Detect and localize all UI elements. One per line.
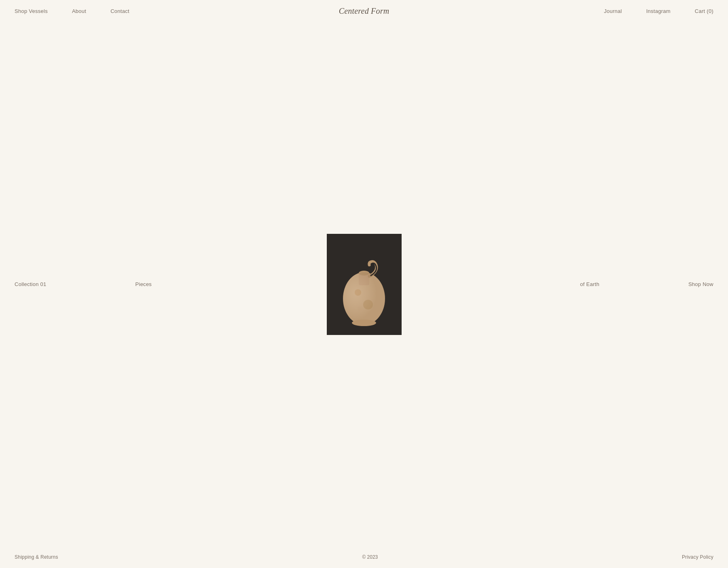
nav-cart[interactable]: Cart (0) xyxy=(695,8,713,14)
footer-copyright: © 2023 xyxy=(362,554,378,560)
main-nav: Shop Vessels About Contact Centered Form… xyxy=(0,0,728,22)
hero-image xyxy=(327,234,402,335)
nav-shop-vessels[interactable]: Shop Vessels xyxy=(15,8,48,14)
nav-journal[interactable]: Journal xyxy=(604,8,622,14)
nav-instagram[interactable]: Instagram xyxy=(646,8,671,14)
nav-brand[interactable]: Centered Form xyxy=(339,6,389,15)
nav-left: Shop Vessels About Contact xyxy=(15,8,129,14)
nav-contact[interactable]: Contact xyxy=(110,8,129,14)
earth-label: of Earth xyxy=(580,281,599,287)
footer-shipping[interactable]: Shipping & Returns xyxy=(15,554,58,560)
nav-about[interactable]: About xyxy=(72,8,86,14)
hero-text-right: of Earth Shop Now xyxy=(580,281,713,287)
collection-label: Collection 01 xyxy=(15,281,47,287)
hero-text-left: Collection 01 Pieces xyxy=(15,281,152,287)
svg-point-6 xyxy=(363,300,373,309)
footer: Shipping & Returns © 2023 Privacy Policy xyxy=(0,546,728,568)
nav-right: Journal Instagram Cart (0) xyxy=(604,8,713,14)
svg-point-3 xyxy=(343,272,385,325)
nav-center: Centered Form xyxy=(339,6,389,16)
svg-point-5 xyxy=(355,289,361,296)
shop-now-label[interactable]: Shop Now xyxy=(688,281,713,287)
vessel-illustration xyxy=(336,240,392,329)
svg-point-7 xyxy=(358,306,362,311)
hero-section: Collection 01 Pieces xyxy=(0,218,728,351)
svg-point-4 xyxy=(352,320,376,326)
main-content: Collection 01 Pieces xyxy=(0,22,728,546)
pieces-label: Pieces xyxy=(135,281,152,287)
footer-privacy[interactable]: Privacy Policy xyxy=(682,554,713,560)
